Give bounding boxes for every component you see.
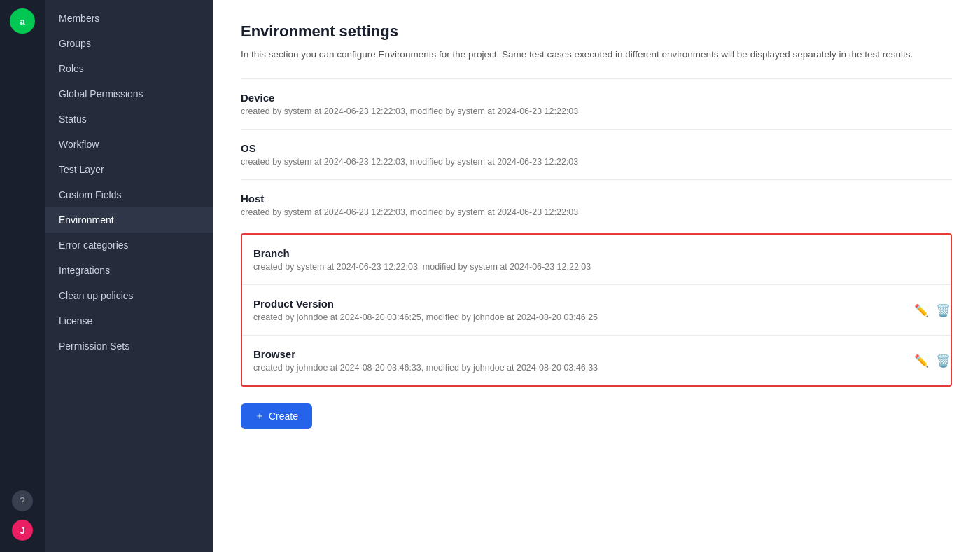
icon-bar: a ? J [0, 0, 45, 552]
env-meta-host: created by system at 2024-06-23 12:22:03… [241, 207, 952, 217]
env-name-browser: Browser [253, 348, 939, 360]
delete-icon-product-version[interactable]: 🗑️ [936, 303, 951, 317]
page-title: Environment settings [241, 22, 952, 41]
sidebar-item-test-layer[interactable]: Test Layer [45, 157, 213, 182]
env-entry-browser: Browser created by johndoe at 2024-08-20… [242, 336, 951, 385]
sidebar-item-global-permissions[interactable]: Global Permissions [45, 81, 213, 106]
env-name-product-version: Product Version [253, 298, 939, 310]
environment-list: Device created by system at 2024-06-23 1… [241, 79, 952, 387]
env-entry-os: OS created by system at 2024-06-23 12:22… [241, 130, 952, 180]
env-name-device: Device [241, 92, 952, 104]
env-entry-branch: Branch created by system at 2024-06-23 1… [242, 235, 951, 285]
page-description: In this section you can configure Enviro… [241, 48, 952, 62]
create-label: Create [269, 410, 298, 422]
env-entry-product-version: Product Version created by johndoe at 20… [242, 285, 951, 336]
edit-icon-browser[interactable]: ✏️ [914, 353, 929, 368]
env-meta-product-version: created by johndoe at 2024-08-20 03:46:2… [253, 312, 939, 322]
user-avatar[interactable]: J [12, 520, 33, 541]
svg-text:a: a [20, 16, 25, 27]
sidebar-item-error-categories[interactable]: Error categories [45, 233, 213, 258]
action-icons-product-version: ✏️ 🗑️ [914, 303, 951, 317]
sidebar-item-groups[interactable]: Groups [45, 31, 213, 56]
help-button[interactable]: ? [12, 490, 33, 511]
env-entry-device: Device created by system at 2024-06-23 1… [241, 79, 952, 130]
sidebar-item-permission-sets[interactable]: Permission Sets [45, 333, 213, 359]
sidebar-item-integrations[interactable]: Integrations [45, 258, 213, 283]
sidebar-item-license[interactable]: License [45, 308, 213, 333]
app-logo[interactable]: a [10, 8, 35, 34]
sidebar-item-workflow[interactable]: Workflow [45, 132, 213, 157]
main-content: Environment settings In this section you… [213, 0, 980, 552]
sidebar-item-members[interactable]: Members [45, 6, 213, 31]
env-entry-host: Host created by system at 2024-06-23 12:… [241, 180, 952, 230]
plus-icon: ＋ [255, 410, 265, 422]
env-meta-branch: created by system at 2024-06-23 12:22:03… [253, 262, 939, 272]
sidebar-item-status[interactable]: Status [45, 106, 213, 132]
env-meta-browser: created by johndoe at 2024-08-20 03:46:3… [253, 363, 939, 373]
sidebar-item-custom-fields[interactable]: Custom Fields [45, 182, 213, 207]
sidebar: MembersGroupsRolesGlobal PermissionsStat… [45, 0, 213, 552]
env-meta-device: created by system at 2024-06-23 12:22:03… [241, 106, 952, 116]
highlighted-environments-box: Branch created by system at 2024-06-23 1… [241, 233, 952, 387]
env-name-os: OS [241, 142, 952, 154]
env-meta-os: created by system at 2024-06-23 12:22:03… [241, 157, 952, 167]
edit-icon-product-version[interactable]: ✏️ [914, 303, 929, 317]
sidebar-item-environment[interactable]: Environment [45, 207, 213, 233]
action-icons-browser: ✏️ 🗑️ [914, 353, 951, 368]
sidebar-item-clean-up-policies[interactable]: Clean up policies [45, 283, 213, 308]
create-button[interactable]: ＋ Create [241, 403, 312, 429]
delete-icon-browser[interactable]: 🗑️ [936, 353, 951, 368]
env-name-host: Host [241, 193, 952, 205]
env-name-branch: Branch [253, 247, 939, 259]
sidebar-item-roles[interactable]: Roles [45, 56, 213, 81]
